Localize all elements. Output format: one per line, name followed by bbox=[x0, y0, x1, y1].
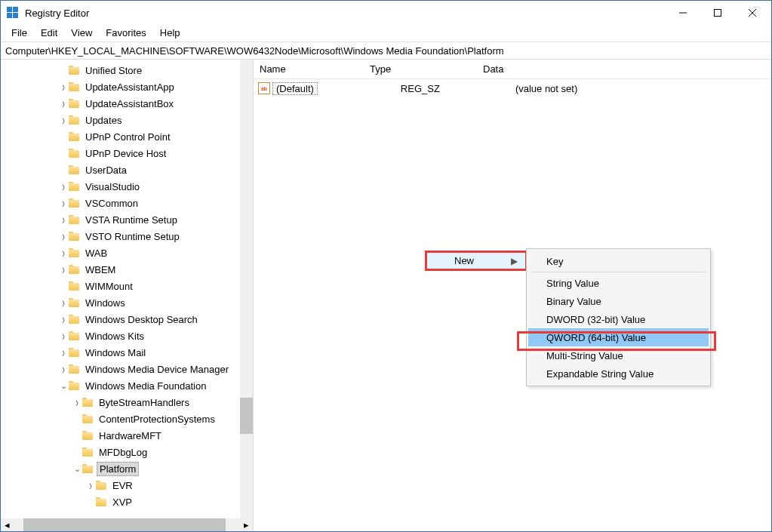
tree-item-label: Windows Kits bbox=[83, 330, 146, 343]
tree-item[interactable]: ›VSTO Runtime Setup bbox=[1, 228, 253, 244]
chevron-right-icon[interactable]: › bbox=[58, 311, 69, 328]
menu-file[interactable]: File bbox=[5, 26, 33, 41]
tree-item[interactable]: ›Windows Kits bbox=[1, 328, 253, 344]
chevron-right-icon[interactable]: › bbox=[85, 477, 96, 494]
folder-icon bbox=[82, 397, 94, 407]
tree-item[interactable]: HardwareMFT bbox=[1, 427, 253, 444]
tree-item[interactable]: UPnP Device Host bbox=[1, 145, 253, 161]
chevron-right-icon[interactable]: › bbox=[58, 178, 69, 195]
tree-item-label: UPnP Control Point bbox=[83, 131, 173, 143]
horizontal-scrollbar[interactable]: ◂ ▸ bbox=[1, 518, 253, 531]
chevron-right-icon[interactable]: › bbox=[58, 112, 69, 128]
tree-item[interactable]: ›VSTA Runtime Setup bbox=[1, 211, 253, 228]
chevron-right-icon[interactable]: › bbox=[58, 95, 69, 112]
chevron-right-icon[interactable]: › bbox=[58, 344, 69, 361]
folder-icon bbox=[82, 430, 94, 441]
scroll-right-icon[interactable]: ▸ bbox=[240, 518, 253, 531]
svg-rect-1 bbox=[13, 7, 18, 12]
folder-icon bbox=[96, 497, 108, 507]
value-name[interactable]: (Default) bbox=[272, 82, 318, 95]
tree-item[interactable]: ›Updates bbox=[1, 112, 253, 128]
tree-list[interactable]: Unified Store›UpdateAssistantApp›UpdateA… bbox=[1, 60, 253, 510]
chevron-right-icon[interactable]: › bbox=[58, 228, 69, 244]
vertical-scrollbar[interactable] bbox=[240, 60, 253, 518]
menu-edit[interactable]: Edit bbox=[35, 26, 63, 41]
col-name[interactable]: Name bbox=[254, 63, 364, 75]
tree-item[interactable]: ›WBEM bbox=[1, 261, 253, 278]
tree-item-label: Windows bbox=[83, 297, 128, 309]
tree-item[interactable]: ›WAB bbox=[1, 244, 253, 261]
scroll-left-icon[interactable]: ◂ bbox=[1, 518, 14, 531]
submenu-qword[interactable]: QWORD (64-bit) Value bbox=[528, 328, 709, 346]
address-bar[interactable]: Computer\HKEY_LOCAL_MACHINE\SOFTWARE\WOW… bbox=[1, 42, 771, 60]
submenu-key[interactable]: Key bbox=[528, 252, 709, 270]
tree-item[interactable]: ›EVR bbox=[1, 477, 253, 494]
folder-icon bbox=[69, 231, 81, 241]
hscroll-thumb[interactable] bbox=[23, 518, 226, 531]
tree-item-label: VSTO Runtime Setup bbox=[83, 230, 182, 243]
menu-help[interactable]: Help bbox=[154, 26, 186, 41]
submenu-binary[interactable]: Binary Value bbox=[528, 292, 709, 310]
minimize-button[interactable] bbox=[666, 2, 700, 24]
spacer bbox=[85, 497, 96, 507]
tree-item-label: ContentProtectionSystems bbox=[97, 413, 217, 426]
tree-item[interactable]: XVP bbox=[1, 494, 253, 510]
submenu-multistring[interactable]: Multi-String Value bbox=[528, 346, 709, 364]
column-headers[interactable]: Name Type Data bbox=[254, 60, 771, 79]
menu-view[interactable]: View bbox=[65, 26, 98, 41]
col-type[interactable]: Type bbox=[364, 63, 477, 75]
maximize-button[interactable] bbox=[700, 2, 735, 24]
tree-item[interactable]: ›Windows Mail bbox=[1, 344, 253, 361]
tree-item[interactable]: WIMMount bbox=[1, 278, 253, 294]
tree-item[interactable]: ›VisualStudio bbox=[1, 178, 253, 195]
submenu-dword[interactable]: DWORD (32-bit) Value bbox=[528, 310, 709, 328]
chevron-right-icon[interactable]: › bbox=[58, 244, 69, 261]
menu-favorites[interactable]: Favorites bbox=[100, 26, 152, 41]
chevron-down-icon[interactable]: ⌄ bbox=[72, 463, 82, 474]
value-row[interactable]: ab (Default) REG_SZ (value not set) bbox=[254, 79, 771, 96]
tree-item[interactable]: ›ByteStreamHandlers bbox=[1, 394, 253, 411]
tree-item[interactable]: UserData bbox=[1, 161, 253, 178]
tree-item[interactable]: ⌄Platform bbox=[1, 460, 253, 477]
tree-item[interactable]: UPnP Control Point bbox=[1, 128, 253, 145]
separator bbox=[531, 272, 706, 272]
window-title: Registry Editor bbox=[25, 8, 666, 19]
context-menu-new[interactable]: New ▶ bbox=[425, 251, 527, 271]
tree-item[interactable]: ›VSCommon bbox=[1, 195, 253, 211]
chevron-right-icon[interactable]: › bbox=[58, 78, 69, 95]
tree-item[interactable]: ContentProtectionSystems bbox=[1, 411, 253, 427]
submenu-string[interactable]: String Value bbox=[528, 274, 709, 292]
svg-rect-5 bbox=[715, 10, 721, 17]
tree-item[interactable]: ›Windows bbox=[1, 294, 253, 311]
tree-item-label: UpdateAssistantApp bbox=[83, 81, 177, 94]
tree-item[interactable]: ›Windows Desktop Search bbox=[1, 311, 253, 328]
titlebar: Registry Editor bbox=[1, 1, 771, 25]
chevron-right-icon[interactable]: › bbox=[58, 294, 69, 311]
spacer bbox=[58, 148, 69, 158]
scroll-thumb[interactable] bbox=[240, 398, 253, 434]
chevron-right-icon[interactable]: › bbox=[58, 261, 69, 278]
tree-item[interactable]: ›Windows Media Device Manager bbox=[1, 361, 253, 377]
tree-item[interactable]: ›UpdateAssistantApp bbox=[1, 78, 253, 95]
close-button[interactable] bbox=[735, 2, 770, 24]
tree-item[interactable]: ›UpdateAssistantBox bbox=[1, 95, 253, 112]
spacer bbox=[58, 281, 69, 291]
chevron-down-icon[interactable]: ⌄ bbox=[58, 380, 69, 391]
tree-item[interactable]: MFDbgLog bbox=[1, 444, 253, 460]
tree-item-label: VSCommon bbox=[83, 197, 140, 210]
chevron-right-icon[interactable]: › bbox=[58, 211, 69, 228]
submenu-expandable[interactable]: Expandable String Value bbox=[528, 364, 709, 383]
tree-item-label: WAB bbox=[83, 247, 109, 260]
col-data[interactable]: Data bbox=[477, 63, 771, 75]
tree-item-label: MFDbgLog bbox=[97, 446, 149, 459]
chevron-right-icon[interactable]: › bbox=[58, 361, 69, 377]
chevron-right-icon[interactable]: › bbox=[58, 195, 69, 211]
tree-item-label: HardwareMFT bbox=[97, 429, 164, 442]
tree-item[interactable]: ⌄Windows Media Foundation bbox=[1, 377, 253, 394]
tree-item[interactable]: Unified Store bbox=[1, 62, 253, 78]
folder-icon bbox=[69, 347, 81, 358]
chevron-right-icon[interactable]: › bbox=[72, 394, 82, 411]
folder-icon bbox=[82, 463, 94, 474]
chevron-right-icon[interactable]: › bbox=[58, 328, 69, 344]
tree-item-label: WIMMount bbox=[83, 280, 135, 293]
